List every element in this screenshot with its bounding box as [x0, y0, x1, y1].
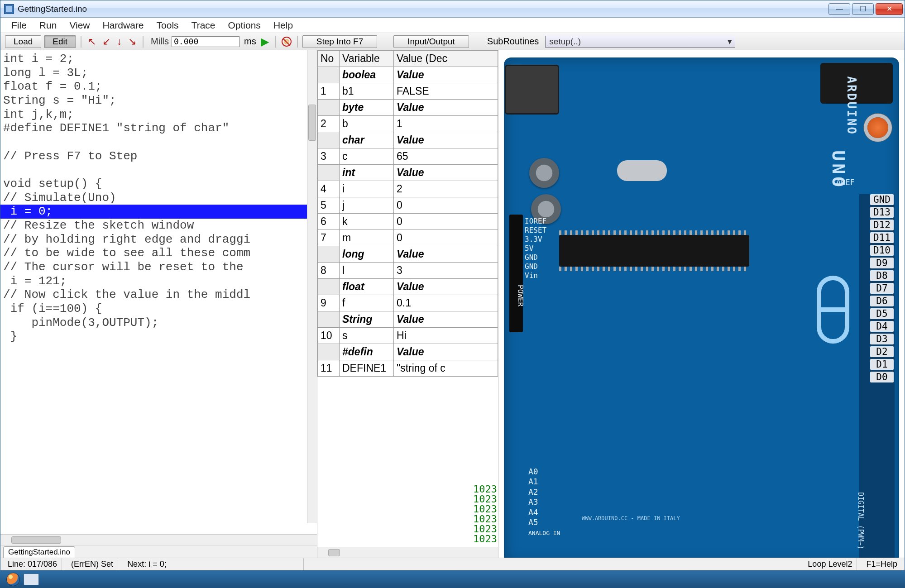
menu-tools[interactable]: Tools — [151, 18, 184, 33]
step-into-button[interactable]: Step Into F7 — [302, 35, 378, 48]
ms-label: ms — [244, 36, 256, 47]
window-title: GettingStarted.ino — [18, 4, 87, 14]
digital-pin-label[interactable]: GND — [870, 194, 894, 205]
menu-hardware[interactable]: Hardware — [97, 18, 149, 33]
table-row[interactable]: 11DEFINE1"string of c — [318, 360, 498, 377]
made-in-label: WWW.ARDUINO.CC - MADE IN ITALY — [582, 515, 680, 521]
menu-help[interactable]: Help — [268, 18, 298, 33]
table-row[interactable]: 9f0.1 — [318, 295, 498, 311]
col-variable[interactable]: Variable — [340, 51, 394, 67]
table-row[interactable]: #definValue — [318, 344, 498, 360]
mcu-chip-icon — [559, 235, 749, 267]
input-output-button[interactable]: Input/Output — [393, 35, 469, 48]
table-row[interactable]: 6k0 — [318, 214, 498, 230]
board-panel: ARDUINO UNO AREF DIGITAL (PWM~) IOREFRES… — [498, 50, 905, 558]
variables-panel: No Variable Value (Dec booleaValue1b1FAL… — [317, 50, 498, 558]
subroutines-select[interactable]: setup(..) ▾ — [545, 36, 735, 48]
variables-table[interactable]: No Variable Value (Dec booleaValue1b1FAL… — [317, 50, 498, 377]
infinity-logo-icon — [817, 276, 849, 344]
arrow-se-icon[interactable]: ↘ — [126, 36, 138, 48]
table-row[interactable]: longValue — [318, 246, 498, 263]
table-row[interactable]: 4i2 — [318, 181, 498, 197]
table-row[interactable]: byteValue — [318, 100, 498, 116]
code-horizontal-scrollbar[interactable] — [0, 534, 317, 545]
digital-pin-label[interactable]: D2 — [870, 346, 894, 357]
code-editor[interactable]: int i = 2;long l = 3L;float f = 0.1;Stri… — [0, 50, 317, 345]
digital-pin-label[interactable]: D6 — [870, 296, 894, 306]
titlebar[interactable]: GettingStarted.ino — ☐ ✕ — [0, 0, 905, 18]
digital-pin-label[interactable]: D4 — [870, 321, 894, 332]
code-vertical-scrollbar[interactable] — [307, 50, 317, 523]
table-row[interactable]: 3c65 — [318, 148, 498, 165]
arduino-board[interactable]: ARDUINO UNO AREF DIGITAL (PWM~) IOREFRES… — [505, 58, 898, 558]
arrow-sw-icon[interactable]: ↙ — [101, 36, 112, 48]
usb-port-icon — [505, 65, 559, 115]
power-silks: IOREFRESET3.3V5VGNDGNDVinPOWER — [525, 217, 546, 294]
aref-label: AREF — [836, 178, 855, 187]
toolbar: Load Edit ↖ ↙ ↓ ↘ Mills ms ▶ Step Into F… — [0, 33, 905, 50]
digital-pin-label[interactable]: D9 — [870, 258, 894, 268]
table-row[interactable]: 2b1 — [318, 116, 498, 132]
statusbar: Line: 017/086 (ErrEN) Set Next: i = 0; L… — [0, 558, 905, 570]
digital-pin-label[interactable]: D0 — [870, 372, 894, 382]
file-tab[interactable]: GettingStarted.ino — [3, 546, 75, 558]
table-row[interactable]: booleaValue — [318, 67, 498, 83]
menubar: File Run View Hardware Tools Trace Optio… — [0, 18, 905, 33]
col-no[interactable]: No — [318, 51, 340, 67]
table-row[interactable]: floatValue — [318, 279, 498, 295]
capacitor-icon — [529, 158, 559, 188]
digital-pin-label[interactable]: D10 — [870, 245, 894, 256]
maximize-button[interactable]: ☐ — [852, 3, 874, 15]
digital-pin-label[interactable]: D7 — [870, 283, 894, 294]
mills-label: Mills — [151, 36, 169, 47]
table-row[interactable]: intValue — [318, 165, 498, 181]
taskbar[interactable] — [0, 571, 905, 588]
minimize-button[interactable]: — — [828, 3, 850, 15]
digital-label: DIGITAL (PWM~) — [857, 492, 865, 550]
stop-icon[interactable] — [282, 37, 292, 47]
digital-pin-label[interactable]: D11 — [870, 232, 894, 243]
menu-run[interactable]: Run — [34, 18, 62, 33]
chevron-down-icon: ▾ — [728, 36, 732, 47]
digital-pin-label[interactable]: D5 — [870, 308, 894, 319]
header-left-icon — [509, 215, 523, 332]
table-row[interactable]: 8l3 — [318, 263, 498, 279]
digital-pin-label[interactable]: D3 — [870, 334, 894, 344]
arrow-nw-icon[interactable]: ↖ — [86, 36, 98, 48]
digital-pin-label[interactable]: D12 — [870, 220, 894, 230]
menu-options[interactable]: Options — [223, 18, 266, 33]
col-value[interactable]: Value (Dec — [394, 51, 498, 67]
table-row[interactable]: 10sHi — [318, 328, 498, 344]
status-line: Line: 017/086 — [3, 558, 62, 570]
arrow-down-icon[interactable]: ↓ — [115, 36, 124, 48]
menu-view[interactable]: View — [64, 18, 95, 33]
digital-pin-label[interactable]: D13 — [870, 207, 894, 218]
app-icon — [4, 4, 14, 14]
table-row[interactable]: 7m0 — [318, 230, 498, 246]
variables-horizontal-scrollbar[interactable] — [317, 547, 498, 558]
taskbar-app-button[interactable] — [24, 574, 39, 585]
digital-pin-label[interactable]: D1 — [870, 359, 894, 370]
analog-pin-labels: A0A1A2A3A4A5ANALOG IN — [528, 467, 560, 537]
digital-pin-label[interactable]: D8 — [870, 270, 894, 281]
edit-button[interactable]: Edit — [44, 35, 76, 48]
menu-trace[interactable]: Trace — [186, 18, 221, 33]
menu-file[interactable]: File — [6, 18, 32, 33]
subroutines-value: setup(..) — [549, 37, 581, 47]
mills-input[interactable] — [172, 36, 239, 47]
load-button[interactable]: Load — [5, 35, 41, 48]
table-row[interactable]: charValue — [318, 132, 498, 148]
code-panel: int i = 2;long l = 3L;float f = 0.1;Stri… — [0, 50, 317, 558]
status-error: (ErrEN) Set — [67, 558, 118, 570]
close-button[interactable]: ✕ — [876, 3, 903, 15]
table-row[interactable]: 5j0 — [318, 197, 498, 214]
crystal-icon — [617, 160, 667, 181]
reset-button[interactable] — [867, 117, 888, 138]
table-row[interactable]: 1b1FALSE — [318, 83, 498, 100]
start-orb-icon[interactable] — [6, 573, 20, 586]
board-brand: ARDUINO — [845, 76, 858, 135]
subroutines-label: SubRoutines — [487, 36, 539, 47]
analog-readings: 102310231023102310231023 — [473, 484, 497, 544]
table-row[interactable]: StringValue — [318, 311, 498, 328]
run-icon[interactable]: ▶ — [261, 35, 269, 48]
